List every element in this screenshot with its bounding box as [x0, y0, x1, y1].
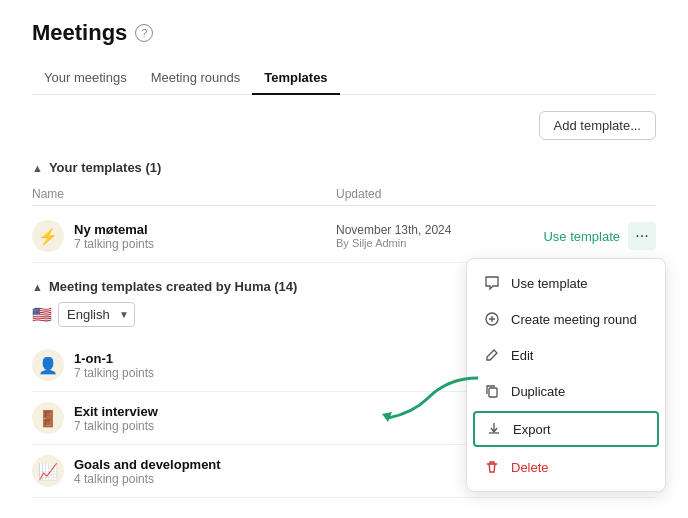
template-name-goals: Goals and development	[74, 457, 221, 472]
dropdown-item-create-meeting-round[interactable]: Create meeting round	[467, 301, 665, 337]
template-name-exit: Exit interview	[74, 404, 158, 419]
dropdown-menu: Use template Create meeting round	[466, 258, 666, 492]
dropdown-label-create-meeting-round: Create meeting round	[511, 312, 637, 327]
dropdown-label-export: Export	[513, 422, 551, 437]
flag-icon: 🇺🇸	[32, 305, 52, 324]
template-info-exit: 🚪 Exit interview 7 talking points	[32, 402, 336, 434]
tab-meeting-rounds[interactable]: Meeting rounds	[139, 62, 253, 95]
template-points-exit: 7 talking points	[74, 419, 158, 433]
tabs-container: Your meetings Meeting rounds Templates	[32, 62, 656, 95]
template-points-1on1: 7 talking points	[74, 366, 154, 380]
template-info: ⚡ Ny møtemal 7 talking points	[32, 220, 336, 252]
help-icon[interactable]: ?	[135, 24, 153, 42]
template-updated: November 13th, 2024 By Silje Admin	[336, 223, 536, 249]
your-templates-title: Your templates (1)	[49, 160, 161, 175]
template-info-1on1: 👤 1-on-1 7 talking points	[32, 349, 336, 381]
dropdown-label-duplicate: Duplicate	[511, 384, 565, 399]
trash-icon	[483, 458, 501, 476]
table-header: Name Updated	[32, 183, 656, 206]
chevron-up-icon[interactable]: ▲	[32, 162, 43, 174]
avatar: ⚡	[32, 220, 64, 252]
add-template-button[interactable]: Add template...	[539, 111, 656, 140]
chat2-icon	[483, 310, 501, 328]
template-info-goals: 📈 Goals and development 4 talking points	[32, 455, 336, 487]
tab-your-meetings[interactable]: Your meetings	[32, 62, 139, 95]
template-row: ⚡ Ny møtemal 7 talking points November 1…	[32, 210, 656, 263]
dropdown-label-edit: Edit	[511, 348, 533, 363]
dropdown-item-use-template[interactable]: Use template	[467, 265, 665, 301]
three-dot-menu-button[interactable]: ···	[628, 222, 656, 250]
dropdown-label-use-template: Use template	[511, 276, 588, 291]
copy-icon	[483, 382, 501, 400]
dropdown-item-edit[interactable]: Edit	[467, 337, 665, 373]
dropdown-label-delete: Delete	[511, 460, 549, 475]
language-select[interactable]: English	[58, 302, 135, 327]
svg-rect-1	[489, 388, 497, 397]
your-templates-section-header: ▲ Your templates (1)	[32, 160, 656, 175]
dropdown-item-delete[interactable]: Delete	[467, 449, 665, 485]
export-icon	[485, 420, 503, 438]
template-name: Ny møtemal	[74, 222, 154, 237]
col-actions-header	[536, 187, 656, 201]
avatar-exit: 🚪	[32, 402, 64, 434]
page-title: Meetings	[32, 20, 127, 46]
tab-templates[interactable]: Templates	[252, 62, 339, 95]
template-actions: Use template ···	[536, 222, 656, 250]
chat-icon	[483, 274, 501, 292]
edit-icon	[483, 346, 501, 364]
dropdown-item-duplicate[interactable]: Duplicate	[467, 373, 665, 409]
template-points: 7 talking points	[74, 237, 154, 251]
avatar-1on1: 👤	[32, 349, 64, 381]
use-template-link[interactable]: Use template	[543, 229, 620, 244]
col-name-header: Name	[32, 187, 336, 201]
dropdown-item-export[interactable]: Export	[473, 411, 659, 447]
avatar-goals: 📈	[32, 455, 64, 487]
huma-templates-title: Meeting templates created by Huma (14)	[49, 279, 298, 294]
template-name-1on1: 1-on-1	[74, 351, 154, 366]
template-points-goals: 4 talking points	[74, 472, 221, 486]
col-updated-header: Updated	[336, 187, 536, 201]
chevron-up-icon-2[interactable]: ▲	[32, 281, 43, 293]
